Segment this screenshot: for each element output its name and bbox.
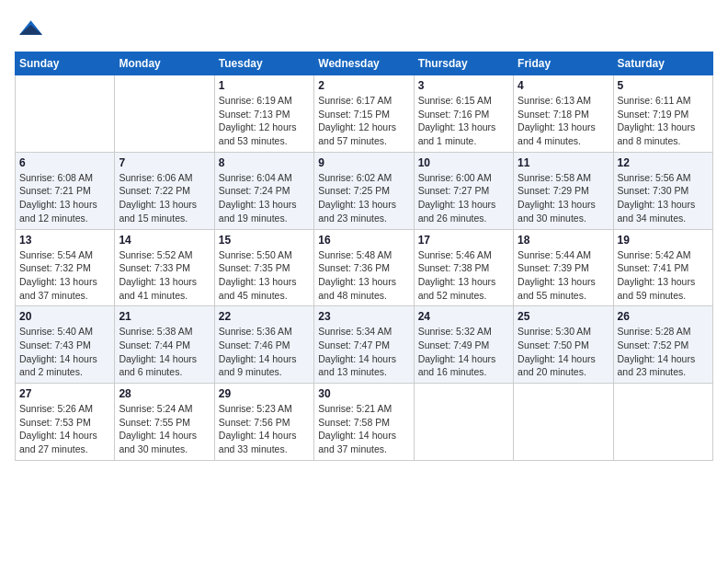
calendar-cell: 9Sunrise: 6:02 AM Sunset: 7:25 PM Daylig…	[314, 152, 414, 229]
calendar-cell: 30Sunrise: 5:21 AM Sunset: 7:58 PM Dayli…	[314, 384, 414, 461]
day-info: Sunrise: 5:24 AM Sunset: 7:55 PM Dayligh…	[119, 402, 210, 456]
day-number: 7	[119, 156, 210, 169]
day-info: Sunrise: 6:02 AM Sunset: 7:25 PM Dayligh…	[318, 171, 409, 225]
calendar-week-2: 6Sunrise: 6:08 AM Sunset: 7:21 PM Daylig…	[16, 152, 713, 229]
calendar-table: SundayMondayTuesdayWednesdayThursdayFrid…	[15, 52, 713, 461]
day-info: Sunrise: 5:38 AM Sunset: 7:44 PM Dayligh…	[119, 325, 210, 379]
day-number: 27	[19, 387, 110, 400]
calendar-cell: 10Sunrise: 6:00 AM Sunset: 7:27 PM Dayli…	[414, 152, 513, 229]
day-info: Sunrise: 6:04 AM Sunset: 7:24 PM Dayligh…	[219, 171, 310, 225]
calendar-cell: 13Sunrise: 5:54 AM Sunset: 7:32 PM Dayli…	[16, 229, 115, 306]
day-info: Sunrise: 5:34 AM Sunset: 7:47 PM Dayligh…	[318, 325, 409, 379]
calendar-cell	[115, 75, 214, 153]
day-info: Sunrise: 5:36 AM Sunset: 7:46 PM Dayligh…	[219, 325, 310, 379]
calendar-cell	[514, 384, 613, 461]
day-number: 4	[518, 79, 609, 92]
day-info: Sunrise: 6:00 AM Sunset: 7:27 PM Dayligh…	[418, 171, 509, 225]
calendar-cell: 12Sunrise: 5:56 AM Sunset: 7:30 PM Dayli…	[613, 152, 712, 229]
day-info: Sunrise: 5:50 AM Sunset: 7:35 PM Dayligh…	[219, 248, 310, 303]
day-number: 10	[418, 156, 509, 169]
day-info: Sunrise: 5:21 AM Sunset: 7:58 PM Dayligh…	[318, 402, 409, 456]
day-number: 17	[418, 234, 509, 247]
day-number: 18	[518, 234, 609, 247]
day-number: 3	[418, 79, 509, 92]
day-info: Sunrise: 6:11 AM Sunset: 7:19 PM Dayligh…	[618, 94, 709, 148]
day-number: 25	[518, 310, 609, 323]
day-number: 21	[119, 310, 210, 323]
day-info: Sunrise: 6:13 AM Sunset: 7:18 PM Dayligh…	[518, 94, 609, 148]
calendar-cell: 2Sunrise: 6:17 AM Sunset: 7:15 PM Daylig…	[314, 75, 414, 153]
day-number: 13	[19, 234, 110, 247]
calendar-cell: 11Sunrise: 5:58 AM Sunset: 7:29 PM Dayli…	[514, 152, 613, 229]
day-number: 29	[219, 387, 310, 400]
weekday-header-saturday: Saturday	[613, 52, 712, 75]
calendar-cell: 27Sunrise: 5:26 AM Sunset: 7:53 PM Dayli…	[16, 384, 115, 461]
day-info: Sunrise: 5:40 AM Sunset: 7:43 PM Dayligh…	[19, 325, 110, 379]
calendar-week-4: 20Sunrise: 5:40 AM Sunset: 7:43 PM Dayli…	[16, 306, 713, 384]
calendar-cell: 18Sunrise: 5:44 AM Sunset: 7:39 PM Dayli…	[514, 229, 613, 306]
day-number: 15	[219, 234, 310, 247]
calendar-cell: 28Sunrise: 5:24 AM Sunset: 7:55 PM Dayli…	[115, 384, 214, 461]
weekday-header-tuesday: Tuesday	[214, 52, 313, 75]
weekday-header-sunday: Sunday	[16, 52, 115, 75]
day-info: Sunrise: 6:08 AM Sunset: 7:21 PM Dayligh…	[19, 171, 110, 225]
calendar-cell: 19Sunrise: 5:42 AM Sunset: 7:41 PM Dayli…	[613, 229, 712, 306]
day-info: Sunrise: 5:26 AM Sunset: 7:53 PM Dayligh…	[19, 402, 110, 456]
calendar-cell	[414, 384, 513, 461]
day-number: 24	[418, 310, 509, 323]
weekday-header-friday: Friday	[514, 52, 613, 75]
day-number: 30	[318, 387, 409, 400]
calendar-cell: 22Sunrise: 5:36 AM Sunset: 7:46 PM Dayli…	[214, 306, 313, 384]
day-info: Sunrise: 5:32 AM Sunset: 7:49 PM Dayligh…	[418, 325, 509, 379]
calendar-cell: 25Sunrise: 5:30 AM Sunset: 7:50 PM Dayli…	[514, 306, 613, 384]
day-number: 12	[618, 156, 709, 169]
calendar-week-1: 1Sunrise: 6:19 AM Sunset: 7:13 PM Daylig…	[16, 75, 713, 153]
calendar-cell: 1Sunrise: 6:19 AM Sunset: 7:13 PM Daylig…	[214, 75, 313, 153]
day-info: Sunrise: 5:52 AM Sunset: 7:33 PM Dayligh…	[119, 248, 210, 303]
day-number: 9	[318, 156, 409, 169]
calendar-cell: 3Sunrise: 6:15 AM Sunset: 7:16 PM Daylig…	[414, 75, 513, 153]
calendar-cell: 21Sunrise: 5:38 AM Sunset: 7:44 PM Dayli…	[115, 306, 214, 384]
calendar-header-row: SundayMondayTuesdayWednesdayThursdayFrid…	[16, 52, 713, 75]
calendar-cell	[16, 75, 115, 153]
day-number: 28	[119, 387, 210, 400]
weekday-header-thursday: Thursday	[414, 52, 513, 75]
day-number: 20	[19, 310, 110, 323]
day-number: 6	[19, 156, 110, 169]
calendar-week-3: 13Sunrise: 5:54 AM Sunset: 7:32 PM Dayli…	[16, 229, 713, 306]
day-number: 19	[618, 234, 709, 247]
day-number: 1	[219, 79, 310, 92]
day-info: Sunrise: 5:30 AM Sunset: 7:50 PM Dayligh…	[518, 325, 609, 379]
calendar-cell: 20Sunrise: 5:40 AM Sunset: 7:43 PM Dayli…	[16, 306, 115, 384]
day-info: Sunrise: 5:46 AM Sunset: 7:38 PM Dayligh…	[418, 248, 509, 303]
day-number: 2	[318, 79, 409, 92]
calendar-cell: 6Sunrise: 6:08 AM Sunset: 7:21 PM Daylig…	[16, 152, 115, 229]
calendar-cell	[613, 384, 712, 461]
day-number: 23	[318, 310, 409, 323]
calendar-cell: 15Sunrise: 5:50 AM Sunset: 7:35 PM Dayli…	[214, 229, 313, 306]
day-info: Sunrise: 6:06 AM Sunset: 7:22 PM Dayligh…	[119, 171, 210, 225]
calendar-cell: 14Sunrise: 5:52 AM Sunset: 7:33 PM Dayli…	[115, 229, 214, 306]
calendar-cell: 26Sunrise: 5:28 AM Sunset: 7:52 PM Dayli…	[613, 306, 712, 384]
calendar-cell: 16Sunrise: 5:48 AM Sunset: 7:36 PM Dayli…	[314, 229, 414, 306]
calendar-cell: 4Sunrise: 6:13 AM Sunset: 7:18 PM Daylig…	[514, 75, 613, 153]
day-info: Sunrise: 6:15 AM Sunset: 7:16 PM Dayligh…	[418, 94, 509, 148]
day-info: Sunrise: 5:56 AM Sunset: 7:30 PM Dayligh…	[618, 171, 709, 225]
day-info: Sunrise: 5:42 AM Sunset: 7:41 PM Dayligh…	[618, 248, 709, 303]
day-number: 11	[518, 156, 609, 169]
weekday-header-wednesday: Wednesday	[314, 52, 414, 75]
calendar-cell: 8Sunrise: 6:04 AM Sunset: 7:24 PM Daylig…	[214, 152, 313, 229]
day-number: 26	[618, 310, 709, 323]
calendar-cell: 7Sunrise: 6:06 AM Sunset: 7:22 PM Daylig…	[115, 152, 214, 229]
day-number: 22	[219, 310, 310, 323]
day-number: 14	[119, 234, 210, 247]
day-info: Sunrise: 5:23 AM Sunset: 7:56 PM Dayligh…	[219, 402, 310, 456]
day-info: Sunrise: 5:58 AM Sunset: 7:29 PM Dayligh…	[518, 171, 609, 225]
calendar-cell: 5Sunrise: 6:11 AM Sunset: 7:19 PM Daylig…	[613, 75, 712, 153]
day-info: Sunrise: 5:48 AM Sunset: 7:36 PM Dayligh…	[318, 248, 409, 303]
calendar-cell: 29Sunrise: 5:23 AM Sunset: 7:56 PM Dayli…	[214, 384, 313, 461]
logo-icon	[17, 15, 42, 40]
calendar-cell: 23Sunrise: 5:34 AM Sunset: 7:47 PM Dayli…	[314, 306, 414, 384]
day-number: 8	[219, 156, 310, 169]
day-number: 5	[618, 79, 709, 92]
